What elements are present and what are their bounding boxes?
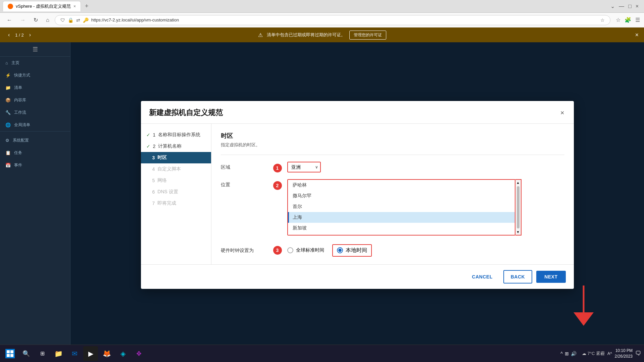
step5-num: 5 — [152, 178, 155, 183]
step3-num: 3 — [152, 155, 155, 160]
list-item[interactable]: 撒马尔罕 — [288, 191, 515, 201]
list-item[interactable]: 萨哈林 — [288, 180, 515, 191]
events-icon: 📅 — [5, 163, 11, 168]
notif-close-btn[interactable]: × — [635, 32, 639, 39]
notification-bar: ‹ 1 / 2 › ⚠ 清单中包含已过期或即将过期的许可证。 管理您的许可证 × — [0, 28, 644, 42]
list-item[interactable]: 首尔 — [288, 201, 515, 212]
sidebar-item-shortcuts[interactable]: ⚡ 快捷方式 — [0, 69, 70, 82]
next-button[interactable]: NEXT — [536, 271, 565, 283]
taskbar-fileexplorer-btn[interactable]: 📁 — [51, 346, 66, 361]
step5-label: 网络 — [157, 177, 167, 184]
modal-nav-step7[interactable]: 7 即将完成 — [141, 198, 211, 209]
extensions-icon[interactable]: 🧩 — [625, 17, 631, 23]
modal-footer: CANCEL BACK NEXT — [141, 264, 574, 289]
vsphere-main: 新建虚拟机自定义规范 × ✓ 1 名称和目标操作系统 — [70, 42, 644, 347]
notif-next-btn[interactable]: › — [27, 31, 34, 39]
sidebar-item-content[interactable]: 📦 内容库 — [0, 94, 70, 106]
time-date-display[interactable]: 10:10 PM 2/26/2023 — [615, 348, 633, 359]
taskbar-app2-btn[interactable]: ❖ — [132, 346, 146, 361]
clock-label: 硬件时钟设置为 — [221, 245, 268, 254]
vsphere-sidebar: ☰ ⌂ 主页 ⚡ 快捷方式 📁 清单 📦 内容库 🔧 工作流 — [0, 42, 70, 347]
section-divider — [221, 155, 564, 155]
nav-refresh-btn[interactable]: ↻ — [31, 15, 41, 24]
nav-back-btn[interactable]: ← — [4, 16, 15, 24]
window-maximize-btn[interactable]: □ — [628, 3, 632, 9]
step1-num: 1 — [153, 132, 156, 138]
list-item[interactable]: 新加坡 — [288, 223, 515, 234]
sidebar-menu-icon[interactable]: ☰ — [33, 46, 38, 53]
tray-network-icon[interactable]: ⊞ — [565, 351, 569, 356]
section-desc: 指定虚拟机的时区。 — [221, 142, 564, 148]
app-content-wrapper: ☰ ⌂ 主页 ⚡ 快捷方式 📁 清单 📦 内容库 🔧 工作流 — [0, 42, 644, 347]
sidebar-events-label: 事件 — [14, 162, 22, 168]
notif-prev-btn[interactable]: ‹ — [5, 31, 12, 39]
listbox-scrollbar[interactable]: ▲ ▼ — [515, 179, 522, 236]
sidebar-item-global[interactable]: 🌐 全局清单 — [0, 119, 70, 131]
taskbar-right: ^ ⊞ 🔊 ☁ 7°C 雾霾 A^ 10:10 PM 2/26/2023 🗨 — [558, 348, 641, 359]
step7-num: 7 — [152, 201, 155, 206]
start-btn[interactable] — [3, 346, 17, 361]
window-close-btn[interactable]: × — [636, 3, 639, 9]
taskbar-terminal-btn[interactable]: ▶ — [83, 346, 98, 361]
scroll-down-btn[interactable]: ▼ — [515, 229, 521, 235]
modal-nav-step1[interactable]: ✓ 1 名称和目标操作系统 — [141, 129, 211, 141]
step3-label: 时区 — [157, 155, 167, 161]
tray-language-icon[interactable]: A^ — [607, 351, 612, 356]
clock-local-radio[interactable] — [337, 247, 343, 253]
sidebar-item-events[interactable]: 📅 事件 — [0, 159, 70, 171]
list-item[interactable]: 斯里兰卡巴拿 — [288, 234, 515, 236]
nav-home-btn[interactable]: ⌂ — [43, 16, 52, 24]
cancel-button[interactable]: CANCEL — [465, 271, 499, 283]
window-minimize-btn[interactable]: — — [619, 3, 624, 9]
notification-center-btn[interactable]: 🗨 — [635, 350, 641, 357]
region-control: 亚洲 ∨ — [287, 162, 564, 172]
win-sq1 — [7, 350, 10, 353]
location-listbox[interactable]: 萨哈林 撒马尔罕 首尔 上海 新加坡 斯里兰卡巴拿 — [287, 179, 515, 236]
sidebar-item-system[interactable]: ⚙ 系统配置 — [0, 134, 70, 147]
sidebar-item-tasks[interactable]: 📋 任务 — [0, 147, 70, 159]
tray-volume-icon[interactable]: 🔊 — [571, 351, 577, 356]
taskbar-app1-btn[interactable]: ◈ — [115, 346, 130, 361]
modal-nav-step3[interactable]: 3 时区 — [141, 152, 211, 163]
modal-nav-step4[interactable]: 4 自定义脚本 — [141, 163, 211, 175]
clock-utc-option[interactable]: 全球标准时间 — [287, 247, 324, 253]
taskbar-search-btn[interactable]: 🔍 — [19, 346, 34, 361]
modal-nav-step2[interactable]: ✓ 2 计算机名称 — [141, 141, 211, 152]
notif-manage-btn[interactable]: 管理您的许可证 — [349, 31, 386, 40]
step2-check-icon: ✓ — [146, 144, 150, 149]
modal-nav-step5[interactable]: 5 网络 — [141, 175, 211, 186]
sidebar-home-label: 主页 — [11, 60, 19, 66]
taskbar-email-btn[interactable]: ✉ — [67, 346, 82, 361]
taskbar-firefox-btn[interactable]: 🦊 — [99, 346, 114, 361]
shortcuts-icon: ⚡ — [5, 73, 11, 78]
bookmark-icon[interactable]: ☆ — [616, 17, 621, 23]
modal-title: 新建虚拟机自定义规范 — [149, 108, 223, 118]
step2-num: 2 — [153, 144, 156, 149]
back-button[interactable]: BACK — [503, 270, 532, 283]
sidebar-item-workflow[interactable]: 🔧 工作流 — [0, 106, 70, 119]
clock-utc-radio[interactable] — [287, 247, 293, 253]
win-sq2 — [10, 350, 13, 353]
scroll-up-btn[interactable]: ▲ — [515, 180, 521, 186]
modal-close-btn[interactable]: × — [559, 108, 566, 118]
window-dropdown-btn[interactable]: ⌄ — [610, 3, 615, 9]
taskbar-taskview-btn[interactable]: ⊞ — [35, 346, 50, 361]
list-item-selected[interactable]: 上海 — [288, 212, 515, 223]
sidebar-item-home[interactable]: ⌂ 主页 — [0, 57, 70, 69]
tray-chevron-icon[interactable]: ^ — [560, 351, 563, 356]
menu-icon[interactable]: ☰ — [635, 17, 640, 23]
system-tray: ^ ⊞ 🔊 — [558, 351, 579, 356]
new-tab-btn[interactable]: + — [81, 1, 93, 12]
tab-close-btn[interactable]: × — [73, 4, 76, 9]
step6-num: 6 — [152, 189, 155, 195]
clock-local-option-box[interactable]: 本地时间 — [332, 244, 372, 257]
address-bar[interactable]: 🛡 🔒 ⇄ 🔑 https://vc7-2.yz.local/ui/app/vm… — [55, 15, 610, 25]
modal-nav-step6[interactable]: 6 DNS 设置 — [141, 186, 211, 198]
browser-tab[interactable]: vSphere - 虚拟机自定义规范 × — [3, 1, 81, 11]
sidebar-item-inventory[interactable]: 📁 清单 — [0, 82, 70, 94]
step2-label: 计算机名称 — [158, 143, 182, 149]
region-select[interactable]: 亚洲 — [287, 162, 321, 172]
listbox-container: 萨哈林 撒马尔罕 首尔 上海 新加坡 斯里兰卡巴拿 — [287, 179, 564, 236]
nav-forward-btn[interactable]: → — [17, 16, 28, 24]
step4-label: 自定义脚本 — [157, 166, 181, 172]
